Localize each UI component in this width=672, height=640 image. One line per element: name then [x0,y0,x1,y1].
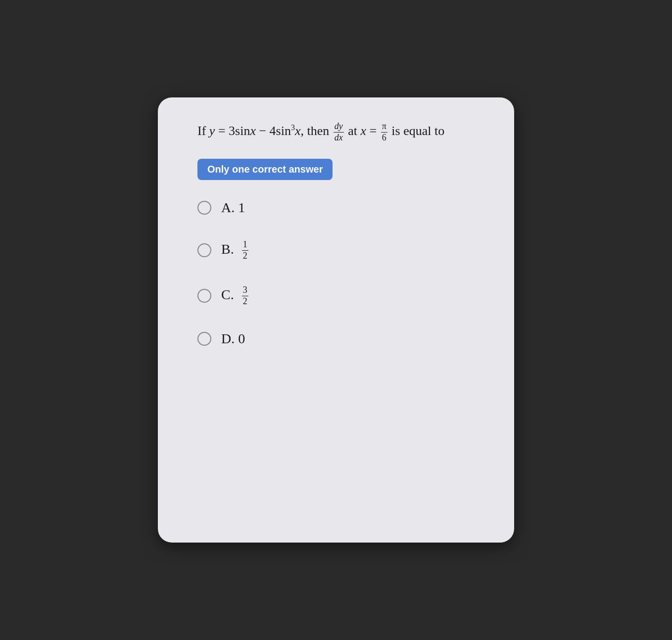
option-c[interactable]: C. 3 2 [197,285,484,307]
question-card: If y = 3sinx − 4sin3x, then dy dx at x =… [158,97,514,543]
pi-over-6: π 6 [381,121,387,143]
six-denominator: 6 [381,133,387,143]
dy-numerator: dy [334,121,344,133]
option-a[interactable]: A. 1 [197,200,484,216]
options-list: A. 1 B. 1 2 C. 3 2 [197,200,484,346]
option-b[interactable]: B. 1 2 [197,239,484,261]
pi-numerator: π [381,121,387,133]
only-one-answer-badge: Only one correct answer [197,159,333,180]
option-b-label: B. 1 2 [221,239,249,261]
radio-a[interactable] [197,201,211,215]
option-d[interactable]: D. 0 [197,331,484,347]
question-math: y [209,124,215,138]
option-d-label: D. 0 [221,331,245,347]
option-c-label: C. 3 2 [221,285,249,307]
b-denominator: 2 [242,251,248,262]
option-a-label: A. 1 [221,200,245,216]
radio-b[interactable] [197,243,211,257]
dx-denominator: dx [334,133,344,143]
question-text: If y = 3sinx − 4sin3x, then dy dx at x =… [197,121,484,143]
radio-c[interactable] [197,289,211,303]
b-numerator: 1 [242,239,248,251]
radio-d[interactable] [197,332,211,346]
c-denominator: 2 [242,296,248,307]
fraction-3-2: 3 2 [242,285,248,307]
c-numerator: 3 [242,285,248,296]
dy-dx-fraction: dy dx [334,121,344,143]
fraction-1-2: 1 2 [242,239,248,261]
